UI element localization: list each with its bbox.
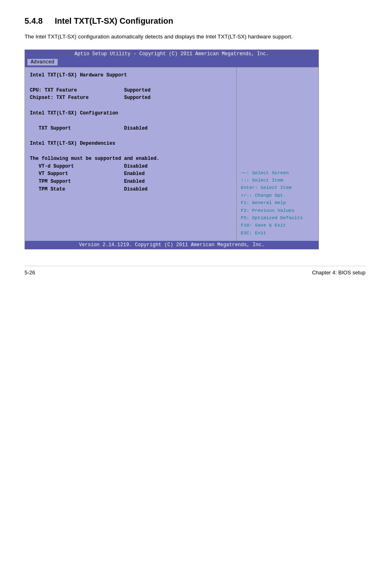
bios-left-line <box>30 102 231 110</box>
bios-right-line: F2: Previous Values <box>241 207 314 214</box>
bios-left-panel: Intel TXT(LT-SX) Hardware Support CPU: T… <box>25 67 237 241</box>
page-number: 5-26 <box>25 269 35 276</box>
bios-left-line: TPM Support Enabled <box>30 178 231 186</box>
bios-right-line: →←: Select Screen <box>241 169 314 177</box>
bios-left-line: Intel TXT(LT-SX) Dependencies <box>30 140 231 148</box>
section-heading: 5.4.8 Intel TXT(LT-SX) Configuration <box>25 16 365 26</box>
bios-right-line: F5: Optimized Defaults <box>241 214 314 222</box>
bios-footer-text: Version 2.14.1219. Copyright (C) 2011 Am… <box>79 242 264 248</box>
bios-left-line <box>30 148 231 155</box>
page-footer: 5-26 Chapter 4: BIOS setup <box>25 266 365 276</box>
bios-right-line: Enter: Select Item <box>241 184 314 191</box>
bios-left-line: Intel TXT(LT-SX) Configuration <box>30 110 231 117</box>
bios-right-spacer <box>241 101 314 109</box>
intro-paragraph: The Intel TXT(LT-SX) configuration autom… <box>25 32 365 41</box>
bios-body: Intel TXT(LT-SX) Hardware Support CPU: T… <box>25 67 318 241</box>
chapter-label: Chapter 4: BIOS setup <box>312 269 365 276</box>
bios-right-line: ↑↓: Select Item <box>241 177 314 184</box>
bios-right-line: F10: Save & Exit <box>241 222 314 229</box>
bios-left-line: VT Support Enabled <box>30 170 231 178</box>
bios-right-line: F1: General Help <box>241 199 314 206</box>
bios-left-line: TXT Support Disabled <box>30 125 231 132</box>
bios-right-spacer <box>241 117 314 124</box>
section-title: Intel TXT(LT-SX) Configuration <box>55 16 173 25</box>
bios-right-spacer <box>241 79 314 86</box>
bios-left-line: CPU: TXT Feature Supported <box>30 87 231 94</box>
bios-right-spacer <box>241 72 314 79</box>
bios-right-spacer <box>241 147 314 154</box>
bios-footer-bar: Version 2.14.1219. Copyright (C) 2011 Am… <box>25 241 318 249</box>
bios-left-line: VT-d Support Disabled <box>30 163 231 171</box>
bios-right-spacer <box>241 154 314 162</box>
bios-left-line: Intel TXT(LT-SX) Hardware Support <box>30 72 231 79</box>
bios-right-spacer <box>241 139 314 146</box>
bios-right-spacer <box>241 94 314 101</box>
bios-left-line <box>30 79 231 87</box>
bios-right-line: +/-: Change Opt. <box>241 192 314 199</box>
bios-left-line <box>30 132 231 140</box>
bios-left-line: TPM State Disabled <box>30 186 231 193</box>
bios-left-line: The following must be supported and enab… <box>30 155 231 163</box>
bios-right-spacer <box>241 162 314 169</box>
bios-header-bar: Aptio Setup Utility - Copyright (C) 2011… <box>25 50 318 58</box>
bios-right-line: ESC: Exit <box>241 229 314 237</box>
bios-right-spacer <box>241 124 314 131</box>
bios-right-spacer <box>241 86 314 94</box>
bios-screenshot: Aptio Setup Utility - Copyright (C) 2011… <box>25 49 319 250</box>
bios-tab-advanced[interactable]: Advanced <box>27 59 58 65</box>
bios-tab-row: Advanced <box>25 58 318 67</box>
section-number: 5.4.8 <box>25 16 43 25</box>
bios-header-text: Aptio Setup Utility - Copyright (C) 2011… <box>74 51 269 57</box>
bios-right-panel: →←: Select Screen↑↓: Select ItemEnter: S… <box>237 67 318 241</box>
bios-left-line <box>30 117 231 125</box>
bios-right-spacer <box>241 109 314 117</box>
bios-right-spacer <box>241 132 314 139</box>
bios-left-line: Chipset: TXT Feature Supported <box>30 94 231 102</box>
